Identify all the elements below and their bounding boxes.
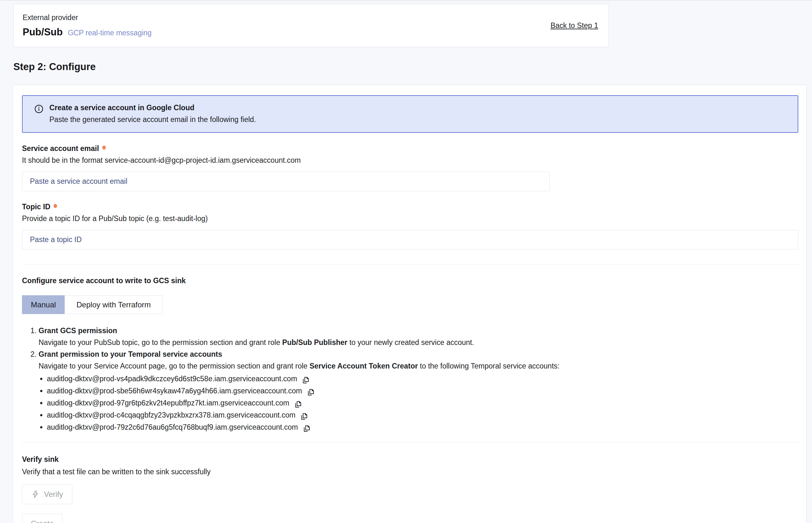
service-account-email-help: It should be in the format service-accou… xyxy=(22,156,798,165)
service-account-email: auditlog-dktxv@prod-79z2c6d76au6g5fcq768… xyxy=(47,421,298,433)
info-banner: Create a service account in Google Cloud… xyxy=(22,95,798,133)
list-item: auditlog-dktxv@prod-vs4padk9dkczcey6d6st… xyxy=(47,373,798,385)
service-account-email-field-group: Service account email It should be in th… xyxy=(22,144,798,191)
topic-id-help: Provide a topic ID for a Pub/Sub topic (… xyxy=(22,214,798,223)
service-account-email: auditlog-dktxv@prod-vs4padk9dkczcey6d6st… xyxy=(47,373,297,385)
topic-id-label: Topic ID xyxy=(22,202,50,211)
step-title: Grant permission to your Temporal servic… xyxy=(38,348,798,360)
copy-icon[interactable] xyxy=(302,424,311,433)
copy-icon[interactable] xyxy=(306,388,315,397)
list-item: auditlog-dktxv@prod-79z2c6d76au6g5fcq768… xyxy=(47,421,798,433)
copy-icon[interactable] xyxy=(301,376,310,384)
tab-manual[interactable]: Manual xyxy=(22,295,65,314)
topic-id-input[interactable] xyxy=(22,230,798,249)
verify-sink-title: Verify sink xyxy=(22,455,798,464)
list-item: auditlog-dktxv@prod-c4cqaqgbfzy23vpzkbxz… xyxy=(47,409,798,421)
provider-description: GCP real-time messaging xyxy=(68,29,152,37)
step-grant-gcs-permission: Grant GCS permission Navigate to your Pu… xyxy=(38,325,798,348)
service-account-email: auditlog-dktxv@prod-c4cqaqgbfzy23vpzkbxz… xyxy=(47,409,296,421)
configure-step-card: Create a service account in Google Cloud… xyxy=(13,85,807,523)
required-indicator xyxy=(54,204,57,208)
configure-method-tabs: Manual Deploy with Terraform xyxy=(22,295,798,314)
configure-sink-section-title: Configure service account to write to GC… xyxy=(22,276,798,285)
create-button[interactable]: Create xyxy=(22,514,63,523)
step-body: Navigate to your Service Account page, g… xyxy=(38,360,798,372)
required-indicator xyxy=(102,146,106,150)
back-to-step-1-link[interactable]: Back to Step 1 xyxy=(550,21,598,30)
topic-id-field-group: Topic ID Provide a topic ID for a Pub/Su… xyxy=(22,202,798,249)
lightning-icon xyxy=(31,490,39,499)
create-button-label: Create xyxy=(31,519,54,523)
page-title: Step 2: Configure xyxy=(13,61,812,73)
step-grant-temporal-permission: Grant permission to your Temporal servic… xyxy=(38,348,798,433)
copy-icon[interactable] xyxy=(294,400,302,409)
step-body: Navigate to your PubSub topic, go to the… xyxy=(38,337,798,348)
copy-icon[interactable] xyxy=(300,412,308,421)
info-banner-title: Create a service account in Google Cloud xyxy=(49,104,256,112)
section-divider xyxy=(22,442,798,443)
info-banner-description: Paste the generated service account emai… xyxy=(49,115,256,124)
info-icon xyxy=(34,104,44,124)
tab-deploy-with-terraform[interactable]: Deploy with Terraform xyxy=(65,295,163,314)
verify-button-label: Verify xyxy=(44,490,63,499)
verify-sink-description: Verify that a test file can be written t… xyxy=(22,468,798,476)
provider-info: External provider Pub/Sub GCP real-time … xyxy=(23,13,152,38)
service-account-email-input[interactable] xyxy=(22,172,550,191)
manual-steps-list: Grant GCS permission Navigate to your Pu… xyxy=(22,325,798,433)
verify-button[interactable]: Verify xyxy=(22,485,72,504)
service-account-email: auditlog-dktxv@prod-97gr6tp6zkv2t4epubff… xyxy=(47,397,289,409)
list-item: auditlog-dktxv@prod-sbe56h6wr4sykaw47a6y… xyxy=(47,385,798,397)
temporal-service-accounts-list: auditlog-dktxv@prod-vs4padk9dkczcey6d6st… xyxy=(47,373,798,433)
list-item: auditlog-dktxv@prod-97gr6tp6zkv2t4epubff… xyxy=(47,397,798,409)
step-title: Grant GCS permission xyxy=(38,325,798,337)
service-account-email-label: Service account email xyxy=(22,144,99,153)
service-account-email: auditlog-dktxv@prod-sbe56h6wr4sykaw47a6y… xyxy=(47,385,302,397)
provider-card: External provider Pub/Sub GCP real-time … xyxy=(13,4,609,47)
provider-name: Pub/Sub xyxy=(23,26,63,38)
provider-eyebrow: External provider xyxy=(23,13,152,22)
